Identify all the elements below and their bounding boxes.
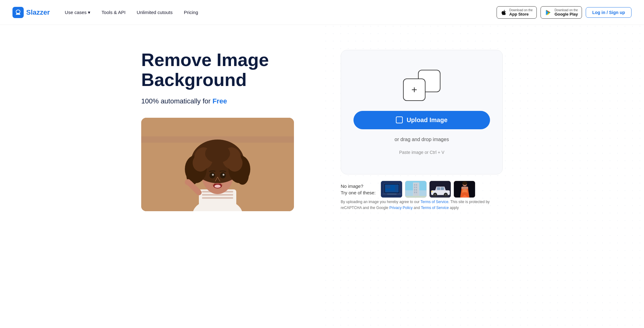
google-play-text: Download on the Google Play: [555, 8, 578, 17]
plus-icon: +: [411, 85, 417, 95]
upload-btn-icon: [396, 116, 403, 123]
navbar-left: Slazzer Use cases ▾ Tools & API Unlimite…: [12, 7, 198, 18]
paste-text: Paste image or Ctrl + V: [399, 150, 444, 155]
logo-text: Slazzer: [26, 8, 50, 17]
upload-card: + Upload Image or drag and drop images P…: [341, 50, 503, 174]
hero-title: Remove Image Background: [141, 50, 316, 90]
svg-rect-41: [416, 187, 417, 188]
svg-point-26: [185, 179, 191, 185]
svg-rect-6: [202, 197, 233, 199]
svg-rect-39: [416, 184, 417, 186]
slazzer-logo-svg: [15, 9, 22, 16]
hero-person-svg: [141, 118, 294, 211]
google-play-icon: [545, 9, 552, 16]
nav-tools-api[interactable]: Tools & API: [102, 10, 126, 15]
svg-point-53: [434, 194, 436, 196]
samples-row: No image? Try one of these:: [341, 181, 503, 198]
drag-drop-text: or drag and drop images: [395, 137, 449, 142]
svg-point-55: [445, 194, 447, 196]
main-content: Remove Image Background 100% automatical…: [104, 25, 540, 230]
svg-rect-43: [416, 189, 417, 191]
nav-pricing[interactable]: Pricing: [184, 10, 198, 15]
svg-rect-33: [387, 194, 396, 194]
sample-thumb-building[interactable]: [405, 181, 427, 198]
apple-icon: [501, 9, 507, 16]
svg-point-14: [205, 144, 230, 163]
no-image-text: No image? Try one of these:: [341, 183, 376, 196]
hero-subtitle: 100% automatically for Free: [141, 97, 316, 105]
upload-button[interactable]: Upload Image: [353, 111, 490, 129]
app-store-text: Download on the App Store: [509, 8, 533, 17]
svg-point-21: [212, 174, 214, 176]
terms-of-service-link2[interactable]: Terms of Service: [421, 206, 449, 210]
sample-thumb-dress[interactable]: [454, 181, 475, 198]
terms-of-service-link[interactable]: Terms of Service: [421, 200, 448, 204]
svg-rect-50: [437, 187, 440, 190]
svg-point-22: [223, 174, 224, 176]
svg-rect-46: [405, 196, 427, 198]
logo-icon: [12, 7, 24, 18]
svg-point-17: [193, 154, 208, 172]
hero-image: [141, 118, 294, 211]
svg-point-24: [214, 185, 221, 188]
svg-rect-60: [461, 187, 468, 189]
nav-unlimited-cutouts[interactable]: Unlimited cutouts: [137, 10, 173, 15]
svg-rect-40: [414, 187, 415, 188]
sample-thumb-car[interactable]: [429, 181, 451, 198]
logo[interactable]: Slazzer: [12, 7, 50, 18]
upload-icon-group: +: [403, 70, 440, 101]
google-play-button[interactable]: Download on the Google Play: [541, 6, 582, 19]
nav-links: Use cases ▾ Tools & API Unlimited cutout…: [65, 10, 198, 15]
upload-box-front: +: [403, 78, 425, 101]
svg-point-18: [227, 154, 243, 172]
svg-point-59: [462, 181, 467, 185]
privacy-policy-link[interactable]: Privacy Policy: [389, 206, 413, 210]
sample-thumb-laptop[interactable]: [381, 181, 402, 198]
svg-rect-56: [431, 191, 433, 192]
svg-rect-44: [414, 192, 415, 193]
svg-rect-45: [416, 192, 417, 193]
svg-rect-31: [386, 185, 390, 188]
svg-rect-51: [441, 187, 444, 190]
svg-rect-5: [202, 194, 233, 196]
login-button[interactable]: Log in / Sign up: [586, 7, 632, 18]
navbar-right: Download on the App Store Download on th…: [497, 6, 632, 19]
terms-text: By uploading an image you hereby agree t…: [341, 199, 503, 211]
navbar: Slazzer Use cases ▾ Tools & API Unlimite…: [0, 0, 644, 25]
nav-use-cases[interactable]: Use cases ▾: [65, 10, 90, 15]
svg-rect-42: [414, 189, 415, 191]
svg-rect-38: [414, 184, 415, 186]
app-store-button[interactable]: Download on the App Store: [497, 6, 537, 19]
chevron-down-icon: ▾: [88, 10, 90, 15]
hero-right: + Upload Image or drag and drop images P…: [341, 50, 503, 211]
hero-left: Remove Image Background 100% automatical…: [141, 50, 316, 211]
sample-images: [381, 181, 475, 198]
